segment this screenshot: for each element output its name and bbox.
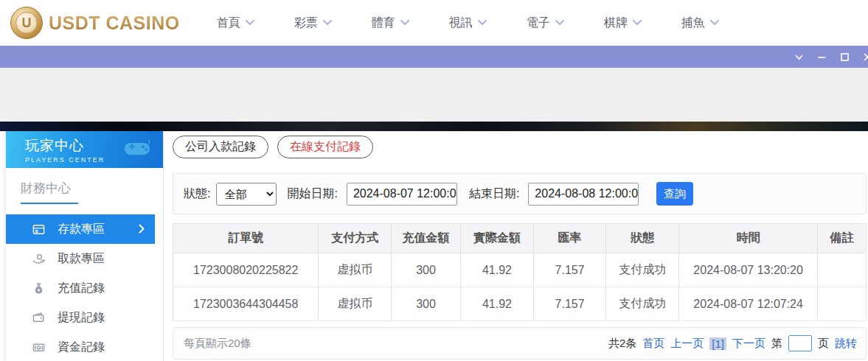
pagination-bar: 每頁顯示20條 共2条 首页 上一页 [1] 下一页 第 页 跳转: [173, 327, 867, 360]
first-page-link[interactable]: 首页: [642, 337, 664, 351]
main-nav: 首頁 彩票 體育 視訊 電子 棋牌 捕魚: [217, 15, 719, 31]
nav-item-label: 彩票: [294, 15, 318, 31]
nav-item-label: 棋牌: [604, 15, 628, 31]
nav-item-label: 捕魚: [681, 15, 705, 31]
cell-actual-amount: 41.92: [461, 253, 534, 287]
logo-letter: U: [22, 15, 32, 31]
chevron-down-icon: [400, 20, 409, 26]
start-date-label: 開始日期:: [287, 186, 337, 202]
close-icon[interactable]: [862, 52, 868, 62]
sidebar-item-withdraw-zone[interactable]: 取款專區: [6, 244, 163, 273]
status-label: 狀態:: [184, 186, 210, 202]
current-page-badge: [1]: [709, 337, 726, 350]
collapse-chevron-icon[interactable]: [794, 52, 804, 62]
deposit-card-icon: [31, 222, 46, 236]
record-tabs: 公司入款記錄 在線支付記錄: [173, 136, 867, 158]
nav-item-fishing[interactable]: 捕魚: [681, 15, 719, 31]
sidebar-section-label: 財務中心: [21, 180, 163, 197]
section-underline: [21, 203, 78, 204]
table-row: 1723008020225822 虚拟币 300 41.92 7.157 支付成…: [173, 253, 867, 287]
withdraw-hand-icon: [31, 251, 46, 266]
money-bag-icon: [31, 281, 46, 295]
wallet-icon: [31, 310, 46, 325]
sidebar-header: 玩家中心 PLAYERS CENTER: [6, 131, 163, 168]
chevron-down-icon: [323, 20, 332, 26]
cell-status: 支付成功: [606, 287, 679, 321]
cell-time: 2024-08-07 12:07:24: [679, 287, 818, 321]
maximize-icon[interactable]: [839, 52, 850, 62]
cell-payment-method: 虚拟币: [319, 287, 392, 321]
minimize-icon[interactable]: [816, 52, 827, 62]
nav-item-label: 視訊: [449, 15, 473, 31]
sidebar-menu: 存款專區 取款專區 充值記錄 提現記錄: [6, 214, 163, 361]
nav-item-lottery[interactable]: 彩票: [294, 15, 332, 31]
brand-name: USDT CASINO: [49, 13, 180, 34]
nav-item-home[interactable]: 首頁: [217, 15, 254, 31]
nav-item-live[interactable]: 視訊: [449, 15, 487, 31]
sidebar-item-recharge-records[interactable]: 充值記錄: [6, 273, 163, 303]
page-jump-input[interactable]: [788, 335, 812, 351]
search-button[interactable]: 查詢: [656, 182, 693, 206]
col-actual-amount: 實際金額: [461, 224, 534, 253]
status-select[interactable]: 全部: [216, 183, 277, 206]
col-recharge-amount: 充值金額: [392, 224, 461, 253]
cell-actual-amount: 41.92: [461, 287, 534, 321]
pagination-controls: 共2条 首页 上一页 [1] 下一页 第 页 跳转: [608, 335, 857, 351]
brand-logo[interactable]: U USDT CASINO: [0, 7, 180, 39]
end-date-label: 結束日期:: [469, 186, 519, 202]
col-remark: 備註: [818, 224, 867, 253]
cell-exchange-rate: 7.157: [533, 287, 606, 321]
nav-item-sports[interactable]: 體育: [372, 15, 409, 31]
sidebar-section: 財務中心: [6, 168, 163, 204]
nav-item-label: 體育: [372, 15, 395, 31]
sidebar-item-label: 提現記錄: [58, 310, 105, 326]
col-order-number: 訂單號: [173, 224, 319, 253]
cell-remark: [818, 253, 867, 287]
next-page-link[interactable]: 下一页: [732, 337, 765, 351]
cell-recharge-amount: 300: [392, 253, 461, 287]
col-time: 時間: [679, 224, 818, 253]
window-titlebar: [0, 46, 868, 68]
chevron-down-icon: [246, 20, 254, 26]
cell-remark: [818, 287, 867, 321]
cell-order-number: 1723008020225822: [173, 253, 319, 287]
sidebar-item-label: 存款專區: [58, 222, 105, 237]
sidebar-item-label: 取款專區: [58, 251, 105, 267]
gamepad-icon: [122, 137, 153, 159]
jump-action-link[interactable]: 跳转: [835, 337, 857, 351]
nav-item-slots[interactable]: 電子: [527, 15, 564, 31]
logo-ball-icon: U: [10, 7, 43, 39]
chevron-right-icon: [139, 224, 145, 234]
payment-records-table: 訂單號 支付方式 充值金額 實際金額 匯率 狀態 時間 備註 172300802…: [173, 223, 867, 321]
total-count-text: 共2条: [608, 337, 636, 351]
chevron-down-icon: [710, 20, 719, 26]
jump-prefix-label: 第: [771, 337, 782, 351]
tab-company-deposit-records[interactable]: 公司入款記錄: [173, 136, 268, 158]
end-date-input[interactable]: [528, 183, 639, 206]
filter-bar: 狀態: 全部 開始日期: 結束日期: 查詢: [173, 173, 867, 214]
sidebar-item-withdrawal-records[interactable]: 提現記錄: [6, 303, 163, 332]
records-main-panel: 公司入款記錄 在線支付記錄 狀態: 全部 開始日期: 結束日期: 查詢 訂單號 …: [164, 131, 868, 361]
col-exchange-rate: 匯率: [533, 224, 606, 253]
jump-suffix-label: 页: [818, 337, 829, 351]
sidebar-item-label: 資金記錄: [58, 340, 105, 355]
sidebar-item-label: 充值記錄: [58, 281, 105, 296]
col-status: 狀態: [606, 224, 679, 253]
nav-item-board-games[interactable]: 棋牌: [604, 15, 642, 31]
nav-item-label: 電子: [527, 15, 550, 31]
table-header-row: 訂單號 支付方式 充值金額 實際金額 匯率 狀態 時間 備註: [173, 224, 867, 253]
chevron-down-icon: [478, 20, 487, 26]
start-date-input[interactable]: [347, 183, 457, 206]
col-payment-method: 支付方式: [319, 224, 392, 253]
player-center-sidebar: 玩家中心 PLAYERS CENTER 財務中心 存款專區: [6, 131, 164, 361]
cell-recharge-amount: 300: [392, 287, 461, 321]
sidebar-item-funds-records[interactable]: 資金記錄: [6, 332, 163, 361]
cell-exchange-rate: 7.157: [533, 253, 606, 287]
prev-page-link[interactable]: 上一页: [670, 337, 704, 351]
tab-online-payment-records[interactable]: 在線支付記錄: [277, 136, 373, 158]
funds-note-icon: [31, 340, 46, 354]
content-area: 玩家中心 PLAYERS CENTER 財務中心 存款專區: [0, 131, 868, 361]
cell-order-number: 1723003644304458: [173, 287, 319, 321]
cell-time: 2024-08-07 13:20:20: [679, 253, 818, 287]
sidebar-item-deposit-zone[interactable]: 存款專區: [6, 214, 155, 244]
